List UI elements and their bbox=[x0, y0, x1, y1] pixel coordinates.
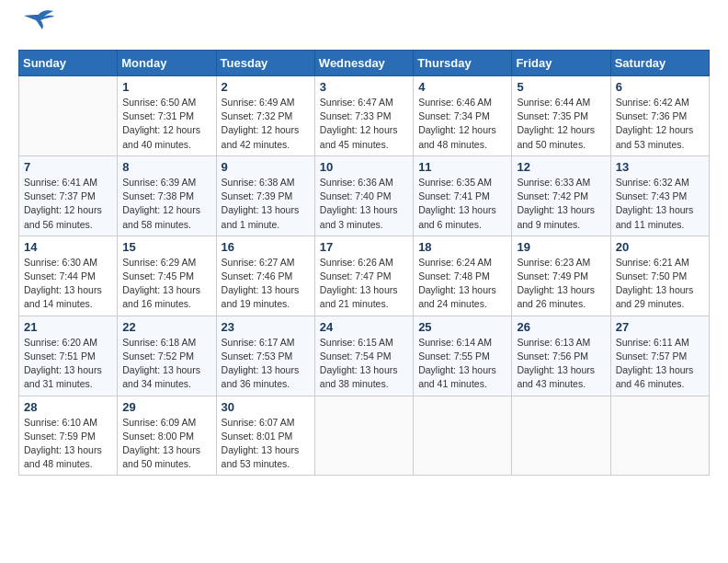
day-info: Sunrise: 6:46 AMSunset: 7:34 PMDaylight:… bbox=[418, 96, 506, 152]
daylight-text: Daylight: 13 hours bbox=[222, 204, 300, 215]
daylight-text: Daylight: 13 hours bbox=[320, 364, 398, 375]
daylight-text: Daylight: 13 hours bbox=[616, 204, 694, 215]
daylight-text: Daylight: 12 hours bbox=[616, 124, 694, 135]
calendar-cell bbox=[314, 396, 413, 476]
sunrise-text: Sunrise: 6:29 AM bbox=[122, 257, 196, 268]
sunrise-text: Sunrise: 6:10 AM bbox=[24, 417, 97, 428]
daylight-text: Daylight: 13 hours bbox=[517, 364, 595, 375]
daylight-text: and 50 minutes. bbox=[122, 458, 191, 469]
day-number: 16 bbox=[222, 240, 310, 254]
day-info: Sunrise: 6:39 AMSunset: 7:38 PMDaylight:… bbox=[122, 176, 210, 232]
sunset-text: Sunset: 7:56 PM bbox=[517, 350, 588, 362]
sunrise-text: Sunrise: 6:11 AM bbox=[616, 337, 689, 348]
day-number: 5 bbox=[517, 80, 605, 94]
sunrise-text: Sunrise: 6:32 AM bbox=[616, 177, 689, 188]
daylight-text: and 16 minutes. bbox=[122, 298, 191, 309]
calendar-cell: 26Sunrise: 6:13 AMSunset: 7:56 PMDayligh… bbox=[512, 316, 610, 396]
day-info: Sunrise: 6:15 AMSunset: 7:54 PMDaylight:… bbox=[320, 336, 408, 392]
sunrise-text: Sunrise: 6:18 AM bbox=[122, 337, 196, 348]
calendar-cell: 18Sunrise: 6:24 AMSunset: 7:48 PMDayligh… bbox=[414, 236, 512, 316]
sunset-text: Sunset: 7:52 PM bbox=[122, 350, 194, 362]
daylight-text: Daylight: 12 hours bbox=[222, 124, 300, 135]
daylight-text: and 21 minutes. bbox=[320, 298, 389, 309]
day-info: Sunrise: 6:38 AMSunset: 7:39 PMDaylight:… bbox=[222, 176, 310, 232]
day-number: 8 bbox=[122, 160, 210, 174]
sunrise-text: Sunrise: 6:38 AM bbox=[222, 177, 295, 188]
day-info: Sunrise: 6:11 AMSunset: 7:57 PMDaylight:… bbox=[616, 336, 704, 392]
sunset-text: Sunset: 7:53 PM bbox=[222, 350, 293, 362]
sunrise-text: Sunrise: 6:09 AM bbox=[122, 417, 196, 428]
day-number: 12 bbox=[517, 160, 605, 174]
calendar-cell: 13Sunrise: 6:32 AMSunset: 7:43 PMDayligh… bbox=[610, 155, 709, 236]
sunrise-text: Sunrise: 6:23 AM bbox=[517, 257, 590, 268]
sunset-text: Sunset: 7:42 PM bbox=[517, 190, 588, 201]
calendar-cell: 2Sunrise: 6:49 AMSunset: 7:32 PMDaylight… bbox=[216, 76, 314, 156]
sunrise-text: Sunrise: 6:21 AM bbox=[616, 257, 689, 268]
daylight-text: and 34 minutes. bbox=[122, 378, 191, 389]
sunrise-text: Sunrise: 6:35 AM bbox=[418, 177, 492, 188]
sunrise-text: Sunrise: 6:47 AM bbox=[320, 97, 393, 108]
calendar-cell: 30Sunrise: 6:07 AMSunset: 8:01 PMDayligh… bbox=[216, 396, 314, 476]
day-info: Sunrise: 6:18 AMSunset: 7:52 PMDaylight:… bbox=[122, 336, 210, 392]
day-number: 29 bbox=[122, 400, 210, 414]
daylight-text: Daylight: 12 hours bbox=[24, 204, 102, 215]
day-info: Sunrise: 6:29 AMSunset: 7:45 PMDaylight:… bbox=[122, 256, 210, 312]
page-header bbox=[18, 18, 710, 35]
sunset-text: Sunset: 7:50 PM bbox=[616, 270, 688, 282]
sunset-text: Sunset: 8:00 PM bbox=[122, 431, 194, 442]
sunrise-text: Sunrise: 6:41 AM bbox=[24, 177, 97, 188]
sunset-text: Sunset: 7:55 PM bbox=[418, 350, 490, 362]
calendar-cell: 17Sunrise: 6:26 AMSunset: 7:47 PMDayligh… bbox=[314, 236, 413, 316]
day-info: Sunrise: 6:23 AMSunset: 7:49 PMDaylight:… bbox=[517, 256, 605, 312]
sunrise-text: Sunrise: 6:15 AM bbox=[320, 337, 393, 348]
day-number: 7 bbox=[24, 160, 112, 174]
weekday-header-sunday: Sunday bbox=[19, 51, 118, 76]
day-info: Sunrise: 6:13 AMSunset: 7:56 PMDaylight:… bbox=[517, 336, 605, 392]
day-info: Sunrise: 6:24 AMSunset: 7:48 PMDaylight:… bbox=[418, 256, 506, 312]
day-info: Sunrise: 6:41 AMSunset: 7:37 PMDaylight:… bbox=[24, 176, 112, 232]
day-number: 18 bbox=[418, 240, 506, 254]
sunrise-text: Sunrise: 6:44 AM bbox=[517, 97, 590, 108]
sunrise-text: Sunrise: 6:42 AM bbox=[616, 97, 689, 108]
daylight-text: Daylight: 13 hours bbox=[320, 204, 398, 215]
calendar-cell bbox=[414, 396, 512, 476]
day-info: Sunrise: 6:35 AMSunset: 7:41 PMDaylight:… bbox=[418, 176, 506, 232]
weekday-header-tuesday: Tuesday bbox=[216, 51, 314, 76]
sunset-text: Sunset: 7:48 PM bbox=[418, 270, 490, 282]
daylight-text: and 43 minutes. bbox=[517, 378, 586, 389]
sunset-text: Sunset: 7:47 PM bbox=[320, 270, 392, 282]
calendar-cell bbox=[610, 396, 709, 476]
day-info: Sunrise: 6:36 AMSunset: 7:40 PMDaylight:… bbox=[320, 176, 408, 232]
day-info: Sunrise: 6:50 AMSunset: 7:31 PMDaylight:… bbox=[122, 96, 210, 152]
calendar-cell: 24Sunrise: 6:15 AMSunset: 7:54 PMDayligh… bbox=[314, 316, 413, 396]
day-number: 30 bbox=[222, 400, 310, 414]
calendar-cell: 20Sunrise: 6:21 AMSunset: 7:50 PMDayligh… bbox=[610, 236, 709, 316]
sunrise-text: Sunrise: 6:30 AM bbox=[24, 257, 97, 268]
day-number: 26 bbox=[517, 320, 605, 334]
calendar-cell: 29Sunrise: 6:09 AMSunset: 8:00 PMDayligh… bbox=[118, 396, 216, 476]
day-number: 20 bbox=[616, 240, 704, 254]
calendar-cell: 10Sunrise: 6:36 AMSunset: 7:40 PMDayligh… bbox=[314, 155, 413, 236]
day-number: 24 bbox=[320, 320, 408, 334]
daylight-text: Daylight: 13 hours bbox=[418, 364, 496, 375]
weekday-header-row: SundayMondayTuesdayWednesdayThursdayFrid… bbox=[19, 51, 710, 76]
calendar-cell: 25Sunrise: 6:14 AMSunset: 7:55 PMDayligh… bbox=[414, 316, 512, 396]
calendar-cell bbox=[512, 396, 610, 476]
day-number: 25 bbox=[418, 320, 506, 334]
daylight-text: Daylight: 12 hours bbox=[320, 124, 398, 135]
calendar-cell: 14Sunrise: 6:30 AMSunset: 7:44 PMDayligh… bbox=[19, 236, 118, 316]
day-number: 6 bbox=[616, 80, 704, 94]
daylight-text: Daylight: 13 hours bbox=[24, 284, 102, 295]
sunrise-text: Sunrise: 6:14 AM bbox=[418, 337, 492, 348]
daylight-text: and 1 minute. bbox=[222, 219, 280, 230]
daylight-text: and 46 minutes. bbox=[616, 378, 685, 389]
sunset-text: Sunset: 7:41 PM bbox=[418, 190, 490, 201]
day-info: Sunrise: 6:27 AMSunset: 7:46 PMDaylight:… bbox=[222, 256, 310, 312]
daylight-text: and 40 minutes. bbox=[122, 139, 191, 150]
calendar-cell: 12Sunrise: 6:33 AMSunset: 7:42 PMDayligh… bbox=[512, 155, 610, 236]
week-row-3: 14Sunrise: 6:30 AMSunset: 7:44 PMDayligh… bbox=[19, 236, 710, 316]
day-info: Sunrise: 6:10 AMSunset: 7:59 PMDaylight:… bbox=[24, 416, 112, 472]
sunset-text: Sunset: 7:51 PM bbox=[24, 350, 96, 362]
calendar-cell: 16Sunrise: 6:27 AMSunset: 7:46 PMDayligh… bbox=[216, 236, 314, 316]
week-row-5: 28Sunrise: 6:10 AMSunset: 7:59 PMDayligh… bbox=[19, 396, 710, 476]
